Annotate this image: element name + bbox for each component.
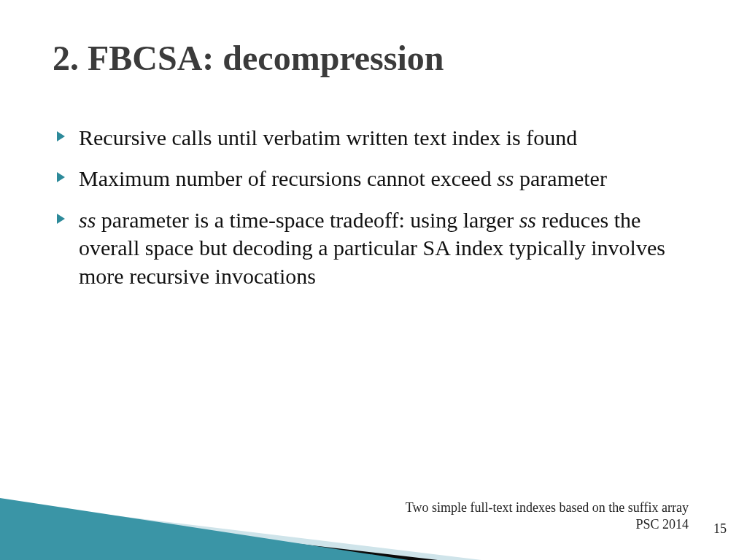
footer-line-2: PSC 2014 bbox=[406, 517, 689, 532]
list-item: ss parameter is a time-space tradeoff: u… bbox=[57, 206, 703, 290]
list-item: Recursive calls until verbatim written t… bbox=[57, 124, 703, 152]
svg-marker-1 bbox=[57, 172, 65, 182]
svg-marker-0 bbox=[57, 131, 65, 141]
svg-marker-4 bbox=[0, 509, 438, 560]
bullet-list: Recursive calls until verbatim written t… bbox=[57, 124, 703, 303]
bullet-text: ss parameter is a time-space tradeoff: u… bbox=[79, 206, 703, 290]
decorative-corner-shape bbox=[0, 429, 747, 560]
svg-marker-2 bbox=[57, 214, 65, 224]
list-item: Maximum number of recursions cannot exce… bbox=[57, 165, 703, 192]
slide-footer: Two simple full-text indexes based on th… bbox=[406, 500, 689, 532]
slide-title: 2. FBCSA: decompression bbox=[53, 38, 444, 78]
bullet-text: Maximum number of recursions cannot exce… bbox=[79, 165, 607, 192]
bullet-text: Recursive calls until verbatim written t… bbox=[79, 124, 577, 152]
svg-marker-5 bbox=[0, 498, 409, 560]
slide: 2. FBCSA: decompression Recursive calls … bbox=[0, 0, 747, 560]
footer-line-1: Two simple full-text indexes based on th… bbox=[406, 500, 689, 516]
page-number: 15 bbox=[713, 521, 727, 537]
bullet-marker-icon bbox=[57, 214, 66, 224]
bullet-marker-icon bbox=[57, 131, 66, 141]
bullet-marker-icon bbox=[57, 172, 66, 182]
